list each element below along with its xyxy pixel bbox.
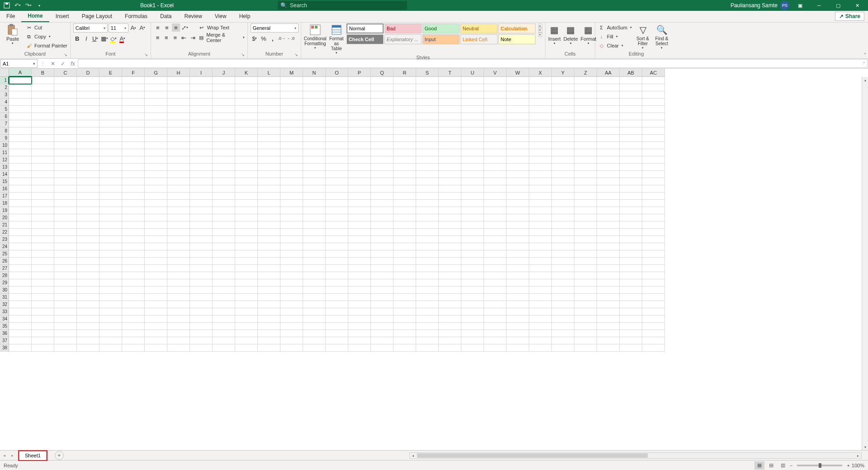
cell[interactable] (461, 250, 484, 258)
cell[interactable] (258, 294, 280, 301)
column-header[interactable]: H (167, 69, 190, 77)
cell[interactable] (9, 229, 32, 236)
row-header[interactable]: 25 (0, 250, 9, 258)
cut-button[interactable]: ✂Cut (25, 24, 67, 32)
cell[interactable] (54, 84, 77, 91)
cell[interactable] (32, 272, 54, 279)
cell[interactable] (9, 214, 32, 221)
cell[interactable] (9, 265, 32, 272)
style-good[interactable]: Good (422, 24, 460, 33)
redo-icon[interactable]: ↷▾ (24, 0, 33, 10)
cell[interactable] (597, 272, 620, 279)
cell[interactable] (461, 221, 484, 229)
cell[interactable] (416, 77, 439, 84)
cell[interactable] (235, 156, 258, 164)
cell[interactable] (416, 250, 439, 258)
cell[interactable] (190, 236, 213, 243)
cell[interactable] (574, 315, 597, 323)
cell[interactable] (326, 164, 348, 171)
cell[interactable] (620, 99, 642, 106)
cell[interactable] (461, 229, 484, 236)
cell[interactable] (213, 243, 235, 250)
cell[interactable] (303, 221, 326, 229)
cell[interactable] (642, 308, 665, 315)
cell[interactable] (326, 279, 348, 287)
cell[interactable] (167, 178, 190, 185)
cell[interactable] (100, 84, 122, 91)
cell[interactable] (461, 207, 484, 214)
cell[interactable] (213, 156, 235, 164)
cell[interactable] (348, 127, 371, 135)
cell[interactable] (574, 308, 597, 315)
cell[interactable] (122, 272, 145, 279)
cell[interactable] (9, 91, 32, 99)
cell[interactable] (280, 99, 303, 106)
cell[interactable] (100, 113, 122, 120)
cell[interactable] (642, 91, 665, 99)
cell[interactable] (100, 164, 122, 171)
wrap-text-button[interactable]: ↩Wrap Text (198, 24, 229, 32)
cell[interactable] (416, 258, 439, 265)
cell[interactable] (303, 323, 326, 330)
cell[interactable] (326, 84, 348, 91)
cell[interactable] (9, 185, 32, 193)
row-header[interactable]: 4 (0, 99, 9, 106)
cell[interactable] (439, 272, 461, 279)
cell[interactable] (529, 178, 552, 185)
cell[interactable] (235, 287, 258, 294)
cell[interactable] (394, 272, 416, 279)
cell[interactable] (77, 135, 100, 142)
cell[interactable] (258, 236, 280, 243)
cell[interactable] (371, 135, 394, 142)
cell[interactable] (529, 221, 552, 229)
cell[interactable] (642, 315, 665, 323)
cell[interactable] (326, 214, 348, 221)
cell[interactable] (32, 84, 54, 91)
cell[interactable] (439, 77, 461, 84)
row-header[interactable]: 18 (0, 200, 9, 207)
cell[interactable] (620, 344, 642, 352)
cell[interactable] (439, 236, 461, 243)
cell[interactable] (620, 156, 642, 164)
cell[interactable] (461, 127, 484, 135)
cell[interactable] (167, 243, 190, 250)
cell[interactable] (507, 308, 529, 315)
column-header[interactable]: B (32, 69, 54, 77)
cell[interactable] (507, 142, 529, 149)
row-header[interactable]: 9 (0, 135, 9, 142)
cell[interactable] (461, 84, 484, 91)
cell[interactable] (416, 207, 439, 214)
cell[interactable] (145, 287, 167, 294)
cell[interactable] (32, 279, 54, 287)
cell[interactable] (416, 149, 439, 156)
cell[interactable] (371, 214, 394, 221)
cell[interactable] (122, 164, 145, 171)
cell[interactable] (122, 84, 145, 91)
cell[interactable] (574, 294, 597, 301)
cell[interactable] (552, 91, 574, 99)
cell[interactable] (552, 142, 574, 149)
cell[interactable] (439, 330, 461, 337)
cell[interactable] (484, 344, 507, 352)
cell[interactable] (416, 178, 439, 185)
cell[interactable] (145, 323, 167, 330)
cell[interactable] (213, 265, 235, 272)
cell[interactable] (122, 243, 145, 250)
cell[interactable] (280, 265, 303, 272)
cell[interactable] (371, 164, 394, 171)
cell[interactable] (235, 164, 258, 171)
cell[interactable] (439, 337, 461, 344)
cell[interactable] (32, 149, 54, 156)
cell[interactable] (167, 142, 190, 149)
cell[interactable] (235, 315, 258, 323)
cell[interactable] (394, 236, 416, 243)
cell[interactable] (620, 91, 642, 99)
cell[interactable] (597, 250, 620, 258)
cell[interactable] (303, 287, 326, 294)
cell[interactable] (235, 149, 258, 156)
cell[interactable] (167, 323, 190, 330)
cell[interactable] (280, 344, 303, 352)
cell[interactable] (371, 272, 394, 279)
cell[interactable] (552, 229, 574, 236)
cell[interactable] (326, 135, 348, 142)
